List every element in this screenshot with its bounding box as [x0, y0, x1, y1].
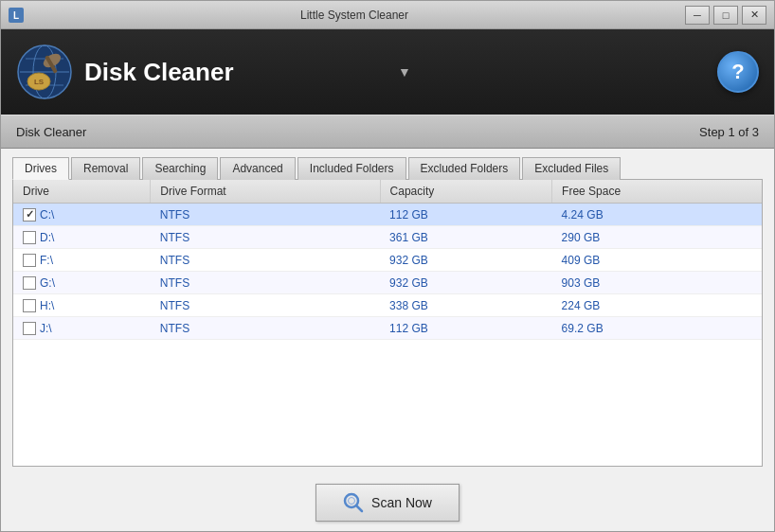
app-window: L Little System Cleaner ─ □ ✕ [0, 0, 775, 532]
free-space-cell: 903 GB [552, 272, 762, 294]
free-space-cell: 290 GB [552, 226, 762, 249]
tab-bar: Drives Removal Searching Advanced Includ… [12, 156, 763, 180]
table-row[interactable]: H:\NTFS338 GB224 GB [13, 294, 762, 317]
tab-drives[interactable]: Drives [12, 157, 69, 180]
app-title: Disk Cleaner [84, 58, 390, 87]
table-header-row: Drive Drive Format Capacity Free Space [13, 180, 762, 204]
capacity-cell: 932 GB [380, 272, 552, 294]
drive-label: H:\ [40, 299, 54, 312]
capacity-cell: 112 GB [380, 317, 552, 340]
col-drive-format[interactable]: Drive Format [151, 180, 380, 204]
drive-cell: G:\ [13, 272, 151, 294]
tab-excluded-files[interactable]: Excluded Files [522, 157, 621, 180]
tab-excluded-folders[interactable]: Excluded Folders [408, 157, 521, 180]
window-controls: ─ □ ✕ [685, 6, 766, 25]
col-drive[interactable]: Drive [13, 180, 151, 204]
breadcrumb: Disk Cleaner [16, 125, 86, 139]
drive-cell: H:\ [13, 294, 151, 317]
capacity-cell: 361 GB [380, 226, 552, 249]
drives-table: Drive Drive Format Capacity Free Space C… [13, 180, 762, 340]
bottom-bar: Scan Now [1, 474, 774, 531]
drive-label: G:\ [40, 276, 55, 290]
scan-now-label: Scan Now [371, 495, 432, 510]
format-cell: NTFS [151, 294, 380, 317]
step-indicator: Step 1 of 3 [699, 125, 759, 139]
capacity-cell: 112 GB [380, 204, 552, 226]
disk-cleaner-icon: LS [16, 44, 73, 100]
drive-checkbox[interactable] [23, 231, 36, 244]
drive-cell: D:\ [13, 226, 151, 249]
app-header: LS Disk Cleaner ▼ ? [1, 29, 774, 115]
format-cell: NTFS [151, 226, 380, 249]
capacity-cell: 338 GB [380, 294, 552, 317]
drive-checkbox[interactable] [23, 208, 36, 222]
drive-checkbox[interactable] [23, 254, 36, 267]
drive-cell: J:\ [13, 317, 151, 340]
free-space-cell: 409 GB [552, 249, 762, 272]
drive-checkbox[interactable] [23, 299, 36, 312]
free-space-cell: 224 GB [552, 294, 762, 317]
window-title: Little System Cleaner [24, 9, 685, 22]
table-row[interactable]: F:\NTFS932 GB409 GB [13, 249, 762, 272]
table-row[interactable]: J:\NTFS112 GB69.2 GB [13, 317, 762, 340]
capacity-cell: 932 GB [380, 249, 552, 272]
drive-cell: F:\ [13, 249, 151, 272]
tab-advanced[interactable]: Advanced [220, 157, 295, 180]
maximize-button[interactable]: □ [713, 6, 738, 25]
format-cell: NTFS [151, 272, 380, 294]
format-cell: NTFS [151, 317, 380, 340]
drive-checkbox[interactable] [23, 322, 36, 335]
format-cell: NTFS [151, 249, 380, 272]
svg-text:LS: LS [34, 78, 45, 86]
scan-now-button[interactable]: Scan Now [315, 484, 460, 522]
minimize-button[interactable]: ─ [685, 6, 710, 25]
drive-label: J:\ [40, 322, 52, 335]
dropdown-arrow[interactable]: ▼ [398, 64, 411, 80]
col-free-space[interactable]: Free Space [552, 180, 762, 204]
svg-text:L: L [13, 10, 19, 21]
app-icon: L [9, 8, 24, 23]
content-area: Drives Removal Searching Advanced Includ… [1, 149, 774, 474]
svg-point-13 [349, 498, 355, 505]
drive-label: C:\ [40, 208, 54, 222]
help-button[interactable]: ? [717, 51, 759, 93]
scan-icon [343, 492, 364, 513]
close-button[interactable]: ✕ [742, 6, 766, 25]
free-space-cell: 4.24 GB [552, 204, 762, 226]
drive-cell: C:\ [13, 204, 151, 226]
table-row[interactable]: D:\NTFS361 GB290 GB [13, 226, 762, 249]
tab-searching[interactable]: Searching [142, 157, 218, 180]
tab-removal[interactable]: Removal [71, 157, 140, 180]
free-space-cell: 69.2 GB [552, 317, 762, 340]
col-capacity[interactable]: Capacity [380, 180, 552, 204]
table-row[interactable]: G:\NTFS932 GB903 GB [13, 272, 762, 294]
drive-label: D:\ [40, 231, 54, 244]
title-bar: L Little System Cleaner ─ □ ✕ [1, 1, 774, 29]
drive-checkbox[interactable] [23, 276, 36, 290]
drive-label: F:\ [40, 254, 53, 267]
breadcrumb-bar: Disk Cleaner Step 1 of 3 [1, 115, 774, 149]
table-row[interactable]: C:\NTFS112 GB4.24 GB [13, 204, 762, 226]
svg-line-12 [357, 506, 363, 512]
format-cell: NTFS [151, 204, 380, 226]
drives-table-container: Drive Drive Format Capacity Free Space C… [12, 179, 763, 467]
tab-included-folders[interactable]: Included Folders [297, 157, 406, 180]
